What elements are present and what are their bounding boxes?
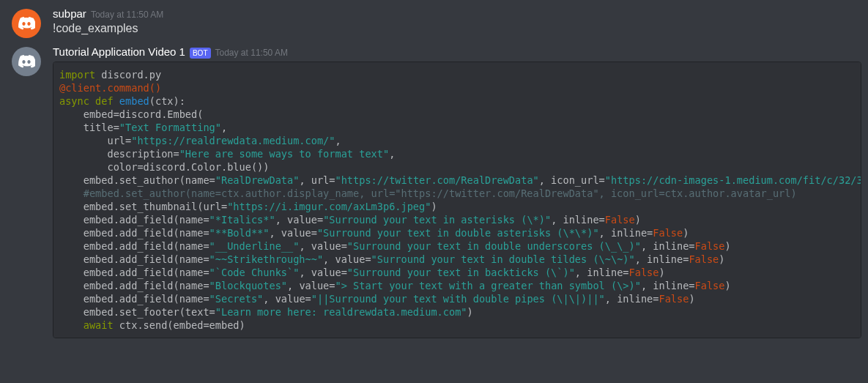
message-row: subpar Today at 11:50 AM !code_examples <box>0 6 868 40</box>
bot-tag: BOT <box>190 48 211 59</box>
code-text: ) <box>683 227 689 239</box>
code-text: , inline= <box>599 227 653 239</box>
code-comment: #embed.set_author(name=ctx.author.displa… <box>59 187 797 199</box>
code-text: , value= <box>299 240 346 252</box>
avatar[interactable] <box>12 9 41 38</box>
code-literal: False <box>605 214 635 226</box>
code-string: "Surround your text in asterisks (\*)" <box>323 214 551 226</box>
code-text: embed.add_field(name= <box>59 280 209 291</box>
code-keyword: import <box>59 69 95 81</box>
code-string: "Learn more here: realdrewdata.medium.co… <box>215 306 467 318</box>
discord-logo-icon <box>18 15 35 32</box>
code-literal: False <box>695 240 725 252</box>
code-text: description= <box>59 148 179 160</box>
username[interactable]: Tutorial Application Video 1 <box>53 45 185 58</box>
code-literal: False <box>629 267 659 278</box>
code-text: url= <box>59 135 131 146</box>
code-text: , <box>335 135 341 146</box>
code-text: embed.add_field(name= <box>59 214 209 226</box>
avatar-column <box>12 45 53 338</box>
code-text: , icon_url= <box>539 174 605 186</box>
code-string: "Blockquotes" <box>209 280 287 291</box>
code-text: , inline= <box>551 214 605 226</box>
code-text: ) <box>659 267 664 278</box>
code-string: "https://twitter.com/RealDrewData" <box>335 174 538 186</box>
code-keyword: await <box>84 319 114 331</box>
code-string: "https://realdrewdata.medium.com/" <box>131 135 335 146</box>
timestamp: Today at 11:50 AM <box>91 10 163 20</box>
code-text: , value= <box>299 267 346 278</box>
code-fn: embed <box>119 95 149 107</box>
code-text: , <box>389 148 395 160</box>
timestamp: Today at 11:50 AM <box>215 48 288 58</box>
code-keyword: async <box>59 95 89 107</box>
code-text: ) <box>719 253 724 265</box>
code-block[interactable]: import discord.py @client.command() asyn… <box>53 62 861 338</box>
code-text: ) <box>431 201 437 212</box>
code-string: "*Italics*" <box>209 214 275 226</box>
code-text: , value= <box>323 253 371 265</box>
message-content: subpar Today at 11:50 AM !code_examples <box>53 7 856 38</box>
code-text: ) <box>724 240 730 252</box>
avatar[interactable] <box>12 47 41 76</box>
code-text: embed.add_field(name= <box>59 240 209 252</box>
message-text: !code_examples <box>53 21 856 37</box>
username[interactable]: subpar <box>53 7 86 20</box>
code-string: "https://cdn-images-1.medium.com/fit/c/3… <box>605 174 861 186</box>
code-text: , url= <box>299 174 335 186</box>
code-text: , <box>221 122 227 133</box>
code-literal: False <box>689 253 719 265</box>
message-header: Tutorial Application Video 1 BOT Today a… <box>53 45 856 59</box>
code-text: ) <box>635 214 641 226</box>
code-string: "`Code Chunks`" <box>209 267 300 278</box>
code-text: , value= <box>287 280 335 291</box>
message-content: Tutorial Application Video 1 BOT Today a… <box>53 45 856 338</box>
code-text: ) <box>724 280 730 291</box>
code-string: "RealDrewData" <box>215 174 300 186</box>
code-text: title= <box>59 122 119 133</box>
code-string: "Surround your text in double asterisks … <box>317 227 599 239</box>
code-text: , value= <box>269 227 316 239</box>
code-literal: False <box>659 293 689 305</box>
code-string: "**Bold**" <box>209 227 270 239</box>
code-text: embed.add_field(name= <box>59 253 209 265</box>
code-string: "__Underline__" <box>209 240 300 252</box>
code-decorator: @client.command() <box>59 82 161 94</box>
code-string: "Surround your text in double tildes (\~… <box>371 253 635 265</box>
code-string: "||Surround your text with double pipes … <box>311 293 605 305</box>
code-text: , inline= <box>641 240 695 252</box>
code-string: "Secrets" <box>209 293 264 305</box>
code-string: "Here are some ways to format text" <box>179 148 389 160</box>
code-text: , value= <box>275 214 323 226</box>
code-string: "~~Strikethrough~~" <box>209 253 324 265</box>
code-text: (ctx): <box>149 95 185 107</box>
message-header: subpar Today at 11:50 AM <box>53 7 856 20</box>
code-text: color=discord.Color.blue()) <box>59 161 269 173</box>
code-literal: False <box>653 227 683 239</box>
code-string: "Surround your text in double underscore… <box>347 240 641 252</box>
code-keyword: def <box>95 95 114 107</box>
code-text: ctx.send(embed=embed) <box>114 319 245 331</box>
code-text: , inline= <box>641 280 695 291</box>
avatar-column <box>12 7 53 38</box>
code-text: , value= <box>263 293 311 305</box>
code-text: discord.py <box>95 69 161 81</box>
code-text: embed.set_thumbnail(url= <box>59 201 227 212</box>
code-text: embed.add_field(name= <box>59 293 209 305</box>
code-string: "> Start your text with a greater than s… <box>335 280 641 291</box>
code-text: , inline= <box>605 293 659 305</box>
code-text: embed.set_author(name= <box>59 174 215 186</box>
code-text: embed=discord.Embed( <box>59 108 203 120</box>
code-string: "https://i.imgur.com/axLm3p6.jpeg" <box>227 201 431 212</box>
code-text: , inline= <box>575 267 629 278</box>
code-text: embed.set_footer(text= <box>59 306 215 318</box>
code-text: ) <box>689 293 694 305</box>
code-text: embed.add_field(name= <box>59 227 209 239</box>
message-row: Tutorial Application Video 1 BOT Today a… <box>0 44 868 340</box>
code-literal: False <box>695 280 725 291</box>
code-text: , inline= <box>635 253 689 265</box>
discord-logo-icon <box>18 53 35 70</box>
code-string: "Text Formatting" <box>119 122 221 133</box>
code-string: "Surround your text in backticks (\`)" <box>347 267 575 278</box>
code-text: embed.add_field(name= <box>59 267 209 278</box>
